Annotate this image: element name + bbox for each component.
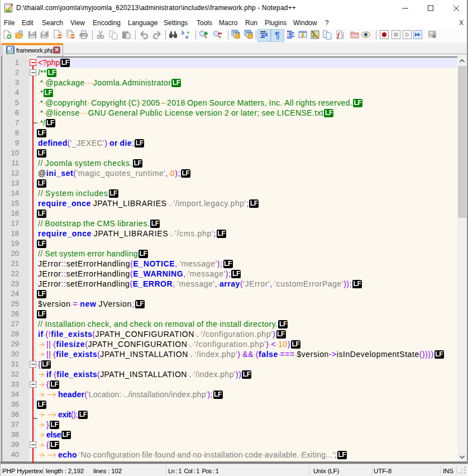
svg-text:¶: ¶ <box>275 31 280 40</box>
svg-text:b: b <box>182 30 184 36</box>
svg-text:a: a <box>185 34 188 40</box>
